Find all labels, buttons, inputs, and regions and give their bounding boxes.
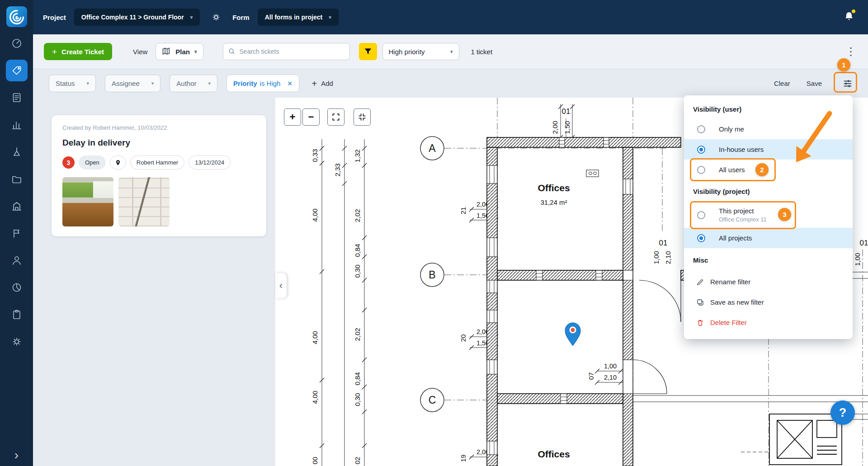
filter-bar-actions: Clear Save bbox=[774, 75, 857, 93]
filter-settings-button[interactable] bbox=[838, 75, 857, 93]
ticket-status-chip[interactable]: Open bbox=[79, 155, 106, 169]
zoom-in-button[interactable]: + bbox=[284, 108, 301, 126]
room-label-offices-bottom: Offices bbox=[538, 449, 570, 459]
remove-filter-icon[interactable]: × bbox=[287, 79, 292, 88]
form-selector[interactable]: All forms in project ▾ bbox=[258, 9, 339, 26]
svg-text:2,10: 2,10 bbox=[664, 251, 672, 264]
svg-text:2,33: 2,33 bbox=[334, 163, 341, 176]
svg-text:07: 07 bbox=[587, 372, 595, 380]
flag-icon bbox=[6, 222, 28, 244]
app-logo[interactable] bbox=[6, 6, 27, 27]
view-mode-dropdown[interactable]: Plan ▾ bbox=[156, 43, 203, 60]
menu-save-as-new-filter[interactable]: Save as new filter bbox=[684, 292, 853, 312]
sidebar-item-statistics[interactable] bbox=[0, 111, 33, 138]
assignee-filter-dropdown[interactable]: Assignee ▾ bbox=[105, 75, 160, 92]
menu-option-this-project[interactable]: This project Office Complex 11 bbox=[684, 202, 853, 228]
sidebar-item-analytics[interactable] bbox=[0, 274, 33, 301]
help-button[interactable]: ? bbox=[830, 400, 855, 425]
sidebar-item-tickets[interactable] bbox=[0, 57, 33, 84]
sidebar-item-contacts[interactable] bbox=[0, 247, 33, 274]
project-selector[interactable]: Office Complex 11 > Ground Floor ▾ bbox=[74, 9, 200, 26]
menu-option-only-me[interactable]: Only me bbox=[684, 119, 853, 139]
priority-filter-dropdown[interactable]: High priority ▾ bbox=[382, 43, 459, 60]
ticket-card[interactable]: Created by Robert Hammer, 10/03/2022 Del… bbox=[52, 115, 266, 236]
sliders-icon bbox=[843, 79, 853, 89]
notifications-bell-icon[interactable] bbox=[844, 11, 854, 24]
ticket-assignee-chip[interactable]: Robert Hammer bbox=[130, 155, 184, 169]
author-filter-label: Author bbox=[176, 80, 196, 87]
menu-option-label: Only me bbox=[719, 125, 744, 133]
svg-text:2,00: 2,00 bbox=[551, 121, 559, 134]
chevron-down-icon: ▾ bbox=[151, 80, 154, 86]
view-mode-value: Plan bbox=[175, 48, 190, 56]
radio-inhouse-users[interactable] bbox=[697, 146, 705, 154]
sidebar-item-templates[interactable] bbox=[0, 301, 33, 328]
menu-section-visibility-user: Visibility (user) bbox=[684, 99, 853, 119]
create-ticket-label: Create Ticket bbox=[61, 48, 104, 56]
radio-only-me[interactable] bbox=[697, 125, 705, 133]
save-filter-button[interactable]: Save bbox=[807, 80, 822, 87]
attachment-photo-meeting-room[interactable] bbox=[62, 177, 113, 226]
menu-action-label: Rename filter bbox=[710, 278, 750, 286]
sidebar-item-dashboard[interactable] bbox=[0, 30, 33, 57]
plus-icon: + bbox=[312, 79, 317, 88]
menu-option-inhouse-users[interactable]: In-house users bbox=[684, 139, 853, 160]
menu-option-label: This project bbox=[719, 207, 767, 216]
form-selector-value: All forms in project bbox=[265, 14, 323, 21]
search-input[interactable] bbox=[240, 48, 345, 55]
sidebar-item-reports[interactable] bbox=[0, 220, 33, 247]
svg-text:2,10: 2,10 bbox=[604, 374, 617, 381]
gauge-icon bbox=[6, 33, 28, 54]
collapse-panel-button[interactable]: ‹ bbox=[275, 273, 287, 298]
menu-option-all-projects[interactable]: All projects bbox=[684, 228, 853, 248]
menu-rename-filter[interactable]: Rename filter bbox=[684, 272, 853, 292]
add-filter-button[interactable]: + Add bbox=[312, 79, 333, 88]
project-label: Project bbox=[43, 14, 66, 21]
form-label: Form bbox=[232, 14, 250, 21]
author-filter-dropdown[interactable]: Author ▾ bbox=[170, 75, 217, 92]
menu-action-label: Save as new filter bbox=[710, 298, 764, 306]
status-filter-dropdown[interactable]: Status ▾ bbox=[49, 75, 96, 92]
ticket-title: Delay in delivery bbox=[62, 138, 255, 148]
project-selector-value: Office Complex 11 > Ground Floor bbox=[81, 14, 184, 21]
ticket-location-chip[interactable] bbox=[110, 155, 126, 169]
plan-zoom-controls: + − bbox=[284, 108, 371, 126]
kebab-menu-icon[interactable]: ⋮ bbox=[845, 46, 856, 57]
radio-all-projects[interactable] bbox=[697, 234, 705, 242]
sidebar: › bbox=[0, 0, 33, 466]
clear-filters-button[interactable]: Clear bbox=[774, 80, 790, 87]
chevron-down-icon: ▾ bbox=[190, 14, 193, 20]
plan-grid-col-top: 01 bbox=[562, 107, 571, 116]
attachment-photo-brick-wall[interactable] bbox=[118, 177, 170, 226]
sidebar-item-settings[interactable] bbox=[0, 328, 33, 355]
radio-all-users[interactable] bbox=[697, 166, 705, 174]
radio-this-project[interactable] bbox=[697, 211, 705, 219]
search-box bbox=[223, 43, 350, 60]
menu-delete-filter[interactable]: Delete Filter bbox=[684, 312, 853, 333]
walls bbox=[487, 137, 691, 466]
pencil-icon bbox=[696, 278, 704, 286]
sidebar-expand-button[interactable]: › bbox=[0, 448, 33, 462]
zoom-out-button[interactable]: − bbox=[302, 108, 320, 126]
status-filter-label: Status bbox=[56, 80, 75, 87]
project-settings-gear-icon[interactable] bbox=[212, 13, 221, 22]
room-label-offices-top: Offices bbox=[538, 183, 570, 193]
filter-funnel-button[interactable] bbox=[359, 43, 377, 60]
sidebar-item-forms[interactable] bbox=[0, 84, 33, 111]
fit-view-button[interactable] bbox=[354, 108, 371, 126]
ticket-location-pin[interactable] bbox=[565, 323, 580, 346]
sidebar-item-documents[interactable] bbox=[0, 165, 33, 193]
fullscreen-button[interactable] bbox=[327, 108, 344, 126]
plan-grid-col-right: 01 bbox=[659, 239, 668, 247]
active-filter-chip-priority[interactable]: Priority is High × bbox=[226, 75, 299, 92]
menu-option-sublabel: Office Complex 11 bbox=[719, 216, 767, 223]
sidebar-item-bim[interactable] bbox=[0, 193, 33, 220]
person-icon bbox=[6, 249, 28, 271]
svg-text:1,50: 1,50 bbox=[563, 121, 571, 134]
svg-text:2,02: 2,02 bbox=[354, 328, 361, 341]
sidebar-item-site[interactable] bbox=[0, 138, 33, 165]
svg-text:1,32: 1,32 bbox=[354, 149, 361, 162]
ticket-date-chip[interactable]: 13/12/2024 bbox=[189, 155, 231, 169]
create-ticket-button[interactable]: + Create Ticket bbox=[44, 43, 112, 60]
svg-text:1,00: 1,00 bbox=[854, 253, 861, 266]
